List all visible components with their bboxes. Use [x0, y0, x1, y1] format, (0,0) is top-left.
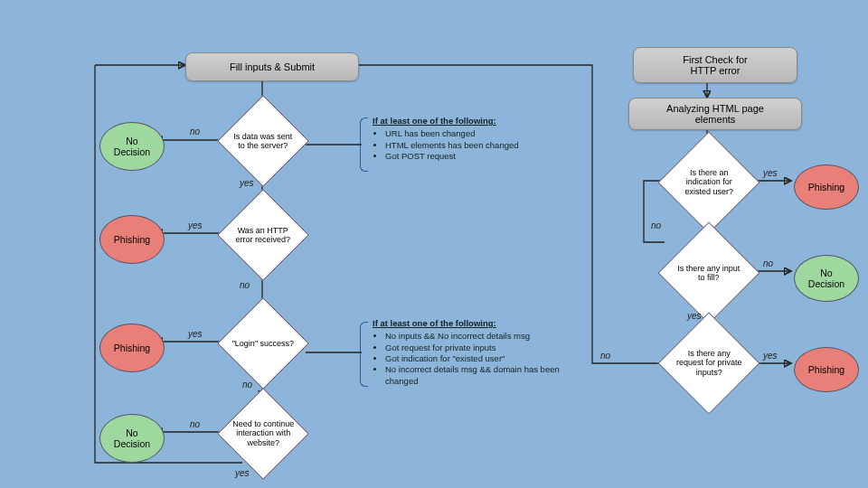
- oval-phishing: Phishing: [99, 215, 165, 264]
- edge-label-yes: yes: [188, 329, 203, 339]
- list-item: No incorrect details msg && domain has b…: [385, 364, 580, 387]
- diamond-login-success: "Login" success?: [217, 297, 309, 389]
- edge-label-no: no: [242, 380, 252, 389]
- box-analyzing: Analyzing HTML page elements: [628, 98, 802, 130]
- box-label: Fill inputs & Submit: [230, 61, 315, 72]
- edge-label-no: no: [600, 351, 610, 361]
- diamond-label: Is data was sent to the server?: [231, 132, 295, 151]
- oval-label: No Decision: [114, 427, 150, 449]
- diamond-label: Is there any request for private inputs?: [674, 349, 744, 377]
- list-item: Got POST request: [385, 151, 562, 162]
- callout-header: If at least one of the following:: [373, 116, 562, 127]
- diamond-label: Need to continue interaction with websit…: [231, 419, 295, 447]
- box-first-check: First Check for HTTP error: [633, 47, 797, 83]
- diamond-label: Is there an indication for existed user?: [674, 168, 744, 196]
- oval-phishing: Phishing: [794, 164, 859, 210]
- edge-label-yes: yes: [240, 178, 254, 188]
- diamond-any-input: Is there any input to fill?: [657, 221, 760, 324]
- oval-label: No Decision: [114, 136, 150, 157]
- box-label: Analyzing HTML page elements: [666, 103, 764, 125]
- oval-no-decision: No Decision: [99, 122, 165, 171]
- list-item: No inputs && No incorrect details msg: [385, 331, 580, 342]
- oval-label: Phishing: [114, 234, 150, 245]
- callout-conditions-1: If at least one of the following: URL ha…: [373, 116, 562, 162]
- diamond-http-error: Was an HTTP error received?: [217, 189, 309, 281]
- diamond-need-continue: Need to continue interaction with websit…: [217, 388, 309, 480]
- box-fill-inputs: Fill inputs & Submit: [185, 52, 359, 81]
- edge-label-yes: yes: [235, 468, 250, 478]
- edge-label-no: no: [190, 127, 200, 136]
- diamond-label: Is there any input to fill?: [674, 264, 744, 283]
- diamond-label: "Login" success?: [231, 339, 295, 348]
- oval-no-decision: No Decision: [99, 414, 165, 463]
- list-item: URL has been changed: [385, 128, 562, 139]
- list-item: Got request for private inputs: [385, 343, 580, 353]
- diamond-label: Was an HTTP error received?: [231, 226, 295, 245]
- diamond-existed-user: Is there an indication for existed user?: [657, 131, 760, 233]
- oval-phishing: Phishing: [794, 347, 859, 392]
- edge-label-no: no: [190, 419, 200, 429]
- callout-conditions-2: If at least one of the following: No inp…: [373, 318, 580, 387]
- edge-label-no: no: [240, 280, 250, 290]
- list-item: HTML elements has been changed: [385, 140, 562, 151]
- edge-label-yes: yes: [763, 351, 778, 361]
- list-item: Got indication for "existed user": [385, 353, 580, 364]
- callout-list: No inputs && No incorrect details msg Go…: [385, 331, 580, 387]
- oval-label: Phishing: [808, 364, 844, 375]
- edge-label-yes: yes: [188, 221, 203, 230]
- diamond-private-inputs: Is there any request for private inputs?: [657, 312, 760, 414]
- callout-header: If at least one of the following:: [373, 318, 580, 329]
- brace-icon: [360, 117, 368, 172]
- edge-label-no: no: [651, 221, 661, 230]
- oval-no-decision: No Decision: [794, 255, 859, 302]
- diamond-data-sent: Is data was sent to the server?: [217, 95, 309, 187]
- callout-list: URL has been changed HTML elements has b…: [385, 128, 562, 162]
- oval-label: Phishing: [808, 182, 844, 192]
- edge-label-yes: yes: [687, 311, 702, 321]
- oval-label: Phishing: [114, 343, 150, 353]
- box-label: First Check for HTTP error: [683, 54, 748, 76]
- brace-icon: [360, 322, 368, 387]
- oval-phishing: Phishing: [99, 324, 165, 372]
- oval-label: No Decision: [808, 267, 844, 289]
- edge-label-yes: yes: [763, 168, 778, 178]
- edge-label-no: no: [763, 258, 773, 268]
